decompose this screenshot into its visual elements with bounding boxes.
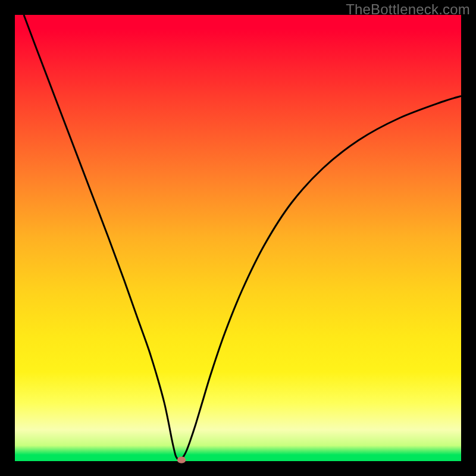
optimum-marker xyxy=(177,456,186,463)
plot-area xyxy=(15,15,461,461)
bottleneck-curve xyxy=(24,15,461,459)
chart-frame: TheBottleneck.com xyxy=(0,0,476,476)
curve-svg xyxy=(15,15,461,461)
